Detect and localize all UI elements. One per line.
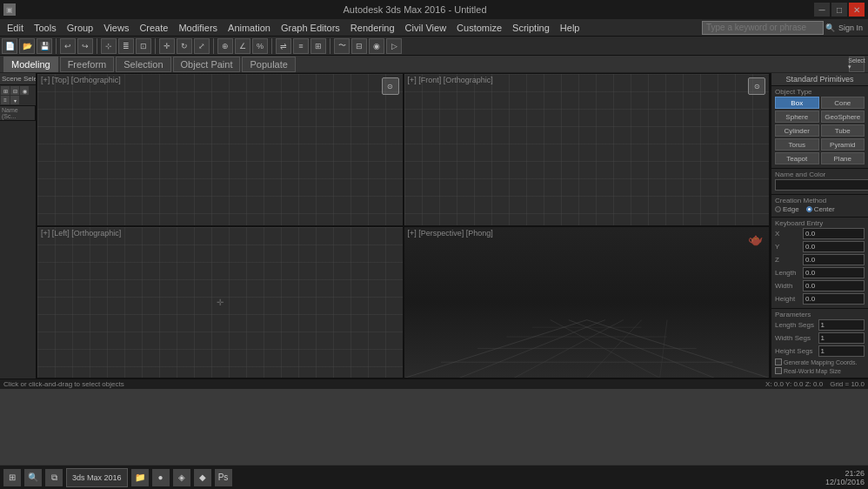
close-button[interactable]: ✕ xyxy=(849,3,865,17)
ke-y-input[interactable] xyxy=(803,241,865,252)
btn-plane[interactable]: Plane xyxy=(821,152,865,164)
btn-cylinder[interactable]: Cylinder xyxy=(775,124,819,137)
menu-group[interactable]: Group xyxy=(62,21,99,35)
se-icon-4[interactable]: ≡ xyxy=(1,96,10,104)
select-dropdown[interactable]: Select ▾ xyxy=(849,57,865,72)
explorer-icon[interactable]: 📁 xyxy=(131,469,149,486)
select-button[interactable]: ⊹ xyxy=(101,38,117,54)
viewport-top-grid[interactable] xyxy=(37,74,403,225)
menu-tools[interactable]: Tools xyxy=(29,21,62,35)
save-button[interactable]: 💾 xyxy=(37,38,52,54)
select-by-name-button[interactable]: ≣ xyxy=(118,38,134,54)
se-icon-2[interactable]: ⊟ xyxy=(10,86,19,95)
menu-scripting[interactable]: Scripting xyxy=(507,21,555,35)
render-button[interactable]: ▷ xyxy=(386,38,402,54)
scene-explorer-toolbar: ⊞ ⊟ ◉ ≡ ▾ xyxy=(0,85,36,106)
length-segs-input[interactable] xyxy=(818,319,865,331)
tab-object-paint[interactable]: Object Paint xyxy=(173,57,241,72)
scale-button[interactable]: ⤢ xyxy=(194,38,210,54)
search-area[interactable]: 🔍 xyxy=(702,21,835,35)
menu-customize[interactable]: Customize xyxy=(451,21,507,35)
material-editor-button[interactable]: ◉ xyxy=(369,38,384,54)
layer-manager-button[interactable]: ⊞ xyxy=(310,38,326,54)
menu-animation[interactable]: Animation xyxy=(223,21,276,35)
curve-editor-button[interactable]: 〜 xyxy=(334,38,350,54)
menu-rendering[interactable]: Rendering xyxy=(345,21,400,35)
search-input[interactable] xyxy=(702,21,824,35)
tab-modeling[interactable]: Modeling xyxy=(3,57,58,72)
btn-pyramid[interactable]: Pyramid xyxy=(821,138,865,151)
menu-create[interactable]: Create xyxy=(134,21,173,35)
window-controls[interactable]: ─ □ ✕ xyxy=(814,3,865,17)
menu-views[interactable]: Views xyxy=(98,21,134,35)
open-button[interactable]: 📂 xyxy=(19,38,35,54)
app-icon-2[interactable]: ◈ xyxy=(173,469,190,486)
chrome-icon[interactable]: ● xyxy=(152,469,170,486)
menu-graph-editors[interactable]: Graph Editors xyxy=(276,21,345,35)
menu-help[interactable]: Help xyxy=(555,21,585,35)
perspective-grid-svg xyxy=(404,272,770,378)
ke-height-input[interactable] xyxy=(803,293,865,305)
signin-button[interactable]: Sign In xyxy=(835,23,866,32)
viewport-top-nav-cube[interactable]: ⊙ xyxy=(382,77,399,95)
new-button[interactable]: 📄 xyxy=(2,38,17,54)
menu-modifiers[interactable]: Modifiers xyxy=(173,21,223,35)
viewport-perspective[interactable]: [+] [Perspective] [Phong] xyxy=(404,226,771,379)
width-segs-input[interactable] xyxy=(818,332,865,344)
btn-box[interactable]: Box xyxy=(775,97,819,109)
tab-populate[interactable]: Populate xyxy=(242,57,295,72)
center-radio[interactable] xyxy=(806,206,812,212)
mirror-button[interactable]: ⇌ xyxy=(276,38,291,54)
snap-toggle[interactable]: ⊕ xyxy=(217,38,233,54)
viewport-front-nav-cube[interactable]: ⊙ xyxy=(748,77,765,95)
se-icon-1[interactable]: ⊞ xyxy=(1,86,10,95)
select-region-button[interactable]: ⊡ xyxy=(136,38,151,54)
obj-type-row-4: Torus Pyramid xyxy=(775,138,865,151)
start-button[interactable]: ⊞ xyxy=(3,469,21,486)
title-text: Autodesk 3ds Max 2016 - Untitled xyxy=(16,4,814,15)
move-button[interactable]: ✛ xyxy=(159,38,175,54)
btn-tube[interactable]: Tube xyxy=(821,124,865,137)
tab-freeform[interactable]: Freeform xyxy=(60,57,115,72)
height-segs-input[interactable] xyxy=(818,345,865,357)
btn-teapot[interactable]: Teapot xyxy=(775,152,819,164)
se-icon-3[interactable]: ◉ xyxy=(20,86,29,95)
object-name-input[interactable] xyxy=(775,179,868,191)
btn-torus[interactable]: Torus xyxy=(775,138,819,151)
tab-selection[interactable]: Selection xyxy=(116,57,170,72)
gen-mapping-checkbox[interactable] xyxy=(775,358,782,365)
3dsmax-taskbar[interactable]: 3ds Max 2016 xyxy=(66,468,128,487)
redo-button[interactable]: ↪ xyxy=(77,38,93,54)
ke-width-input[interactable] xyxy=(803,280,865,291)
percent-snap[interactable]: % xyxy=(252,38,268,54)
viewport-front[interactable]: [+] [Front] [Orthographic] ⊙ xyxy=(404,73,771,226)
realworld-map-checkbox[interactable] xyxy=(775,367,782,374)
viewport-left[interactable]: [+] [Left] [Orthographic] ✛ xyxy=(37,226,404,379)
schematic-view-button[interactable]: ⊟ xyxy=(351,38,367,54)
minimize-button[interactable]: ─ xyxy=(814,3,830,17)
btn-cone[interactable]: Cone xyxy=(821,97,865,109)
task-view[interactable]: ⧉ xyxy=(45,469,63,486)
btn-sphere[interactable]: Sphere xyxy=(775,111,819,123)
photoshop-icon[interactable]: Ps xyxy=(215,469,232,486)
menu-civil-view[interactable]: Civil View xyxy=(400,21,451,35)
viewport-front-grid[interactable] xyxy=(404,74,770,225)
menu-edit[interactable]: Edit xyxy=(2,21,29,35)
viewport-top-label: [+] [Top] [Orthographic] xyxy=(41,76,121,84)
viewport-area[interactable]: [+] [Top] [Orthographic] ⊙ [+] [Front] [… xyxy=(37,73,771,378)
ke-z-input[interactable] xyxy=(803,254,865,265)
maximize-button[interactable]: □ xyxy=(831,3,847,17)
right-panel-header: Standard Primitives xyxy=(771,73,868,86)
ke-x-input[interactable] xyxy=(803,228,865,239)
undo-button[interactable]: ↩ xyxy=(60,38,76,54)
viewport-top[interactable]: [+] [Top] [Orthographic] ⊙ xyxy=(37,73,404,226)
se-icon-5[interactable]: ▾ xyxy=(10,96,19,104)
angle-snap[interactable]: ∠ xyxy=(235,38,250,54)
align-button[interactable]: ≡ xyxy=(293,38,309,54)
rotate-button[interactable]: ↻ xyxy=(177,38,192,54)
search-taskbar[interactable]: 🔍 xyxy=(24,469,42,486)
edge-radio[interactable] xyxy=(775,206,781,212)
app-icon-3[interactable]: ◆ xyxy=(194,469,211,486)
ke-length-input[interactable] xyxy=(803,267,865,278)
btn-geosphere[interactable]: GeoSphere xyxy=(821,111,865,123)
